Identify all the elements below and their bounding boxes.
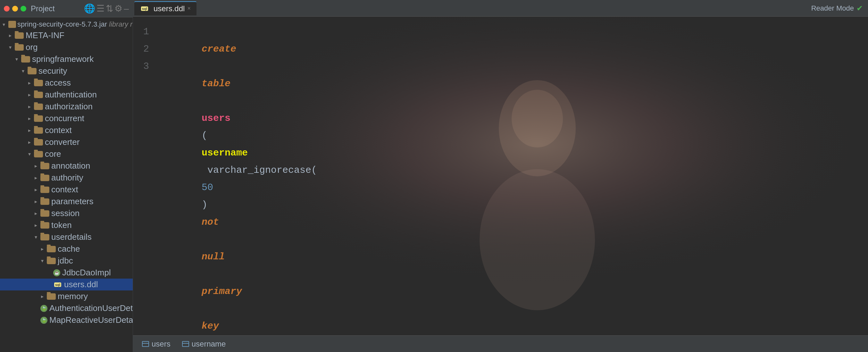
bottom-tab-users-label: users [152,340,170,349]
editor: sql users.ddl × Reader Mode ✔ [133,0,868,352]
tree-item-core-context[interactable]: context [0,184,133,196]
item-label: session [51,208,80,218]
item-label: authority [51,173,83,183]
item-label: springframework [32,54,94,64]
tree-item-meta-inf[interactable]: META-INF [0,29,133,41]
sql-badge-tab: sql [141,6,148,11]
reader-mode-label: Reader Mode [811,4,854,12]
item-label: jdbc [58,256,73,266]
tree-item-parameters[interactable]: parameters [0,196,133,207]
tab-close-button[interactable]: × [187,5,191,12]
tree-item-org[interactable]: org [0,41,133,53]
tree-item-jdbc[interactable]: jdbc [0,255,133,267]
bottom-tab-username[interactable]: username [177,338,231,350]
tree-item-context[interactable]: context [0,124,133,136]
tree-item-access[interactable]: access [0,77,133,89]
folder-icon [28,68,36,75]
item-label: users.ddl [64,280,98,290]
checkmark-icon: ✔ [857,4,863,13]
arrow-icon [35,186,40,193]
item-label: context [51,185,78,195]
item-label: parameters [51,197,94,206]
tree-item-session[interactable]: session [0,207,133,219]
library-root-label: library root [107,20,133,29]
arrow-icon [28,127,34,134]
window-minimize-dot[interactable] [12,6,18,11]
settings-icon[interactable]: ⚙ [115,3,122,14]
tree-item-annotation[interactable]: annotation [0,160,133,172]
minimize-icon[interactable]: – [124,3,129,14]
code-editor-content[interactable]: create table users ( username varchar_ig… [152,17,868,335]
bottom-tab-username-label: username [192,340,226,349]
folder-icon [34,115,43,122]
tab-label: users.ddl [154,4,185,13]
kw-create: create [202,43,236,55]
code-line-1: create table users ( username varchar_ig… [155,23,865,335]
kw-key: key [202,321,219,331]
item-label: META-INF [26,30,64,40]
tree-item-authentication[interactable]: authentication [0,89,133,101]
item-label: annotation [51,161,90,171]
tree-item-auth-user-details[interactable]: 🍃 AuthenticationUserDetailsSe [0,302,133,314]
item-label: token [51,220,72,230]
arrow-icon [35,175,40,181]
item-label: userdetails [51,232,92,242]
item-label: context [45,125,72,135]
folder-icon [40,175,49,181]
arrow-icon [22,68,28,74]
folder-icon [40,186,49,193]
arrow-icon [35,210,40,216]
window-close-dot[interactable] [4,6,10,11]
bottom-tab-users[interactable]: users [137,338,176,350]
tab-file-icon: sql [140,5,149,12]
arrow-icon [35,222,40,228]
tree-item-converter[interactable]: converter [0,136,133,148]
tree-item-core[interactable]: core [0,148,133,160]
jar-label: spring-security-core-5.7.3.jar [17,20,107,29]
item-label: concurrent [45,114,84,123]
folder-icon [34,104,43,110]
jar-icon [8,21,16,28]
tree-item-map-reactive[interactable]: 🍃 MapReactiveUserDetailsSer [0,314,133,326]
arrow-icon [28,92,34,98]
item-label: org [26,42,38,52]
folder-icon [47,258,56,264]
tree-item-memory[interactable]: memory [0,290,133,302]
line-num-2: 2 [136,40,149,58]
tree-item-userdetails[interactable]: userdetails [0,231,133,243]
tree-item-cache[interactable]: cache [0,243,133,255]
arrow-icon [35,163,40,169]
item-label: security [38,66,67,76]
arrow-icon [28,115,34,121]
list-icon[interactable]: ☰ [96,3,104,14]
globe-icon[interactable]: 🌐 [84,3,95,14]
item-label: MapReactiveUserDetailsSer [49,315,133,325]
folder-icon [34,80,43,86]
item-label: access [45,78,71,88]
tree-item-jar[interactable]: spring-security-core-5.7.3.jar library r… [0,19,133,29]
folder-icon [40,163,49,169]
arrow-icon [9,44,15,50]
tree-item-token[interactable]: token [0,219,133,231]
sidebar: Project 🌐 ☰ ⇅ ⚙ – spring-security-core-5… [0,0,133,352]
item-label: AuthenticationUserDetailsSe [49,303,133,313]
tree-item-concurrent[interactable]: concurrent [0,113,133,124]
table-name-users: users [202,113,230,124]
tree-item-springframework[interactable]: springframework [0,53,133,65]
split-icon[interactable]: ⇅ [106,3,113,14]
item-label: cache [58,244,80,254]
window-maximize-dot[interactable] [21,6,26,11]
reader-mode-button[interactable]: Reader Mode ✔ [807,3,867,14]
tab-bar: sql users.ddl × Reader Mode ✔ [133,0,868,17]
arrow-icon [28,80,34,86]
tree-item-authorization[interactable]: authorization [0,101,133,113]
table-icon [142,341,149,347]
tree-item-users-ddl[interactable]: sql users.ddl [0,278,133,290]
tree-item-authority[interactable]: authority [0,172,133,184]
file-tree: spring-security-core-5.7.3.jar library r… [0,17,133,352]
column-icon [182,341,189,347]
tree-item-security[interactable]: security [0,65,133,77]
tab-users-ddl[interactable]: sql users.ddl × [134,1,196,16]
arrow-icon [41,246,47,252]
tree-item-jdbcdaoimpl[interactable]: ☕ JdbcDaoImpl [0,267,133,278]
